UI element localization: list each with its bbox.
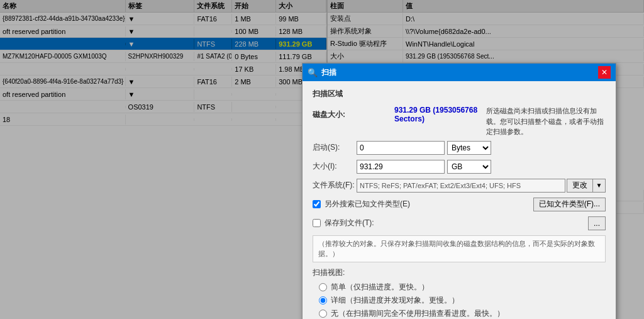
size-label: 大小(I): <box>313 161 357 172</box>
scan-dialog: 🔍 扫描 ✕ 扫描区域 磁盘大小: 931.29 GB (1953056768 … <box>302 63 616 319</box>
save-to-file-checkbox[interactable] <box>313 219 321 227</box>
fs-input[interactable] <box>357 179 565 193</box>
start-label: 启动(S): <box>313 142 357 153</box>
radio-row-detailed: 详细（扫描进度并发现对象。更慢。） <box>313 295 606 306</box>
known-types-checkbox[interactable] <box>313 200 321 208</box>
radio-simple-label: 简单（仅扫描进度。更快。） <box>331 282 429 293</box>
fs-row: 文件系统(F): 更改 ▼ <box>313 179 606 193</box>
disk-size-label: 磁盘大小: <box>313 109 394 120</box>
start-input[interactable] <box>357 141 445 155</box>
known-types-label: 另外搜索已知文件类型(E) <box>325 199 410 210</box>
fs-label: 文件系统(F): <box>313 180 357 191</box>
fs-change-button[interactable]: 更改 <box>567 179 593 193</box>
save-to-file-label: 保存到文件(T): <box>325 218 387 228</box>
radio-row-simple: 简单（仅扫描进度。更快。） <box>313 282 606 293</box>
save-to-file-row: 保存到文件(T): ... <box>313 216 606 230</box>
recommendation-text: （推荐较大的对象。只保存对象扫描期间收集的磁盘数据结构的信息，而不是实际的对象数… <box>313 235 606 262</box>
disk-size-note: 所选磁盘尚未扫描或扫描信息没有加载。您可以扫描整个磁盘，或者手动指定扫描参数。 <box>486 106 606 137</box>
radio-simple[interactable] <box>319 283 327 291</box>
size-input[interactable] <box>357 160 445 174</box>
dialog-titlebar: 🔍 扫描 ✕ <box>303 64 616 81</box>
scan-whole-disk-link[interactable]: 扫描整个磁盘 <box>521 118 562 125</box>
radio-detailed[interactable] <box>319 296 327 305</box>
scan-icon: 🔍 <box>308 68 318 77</box>
disk-size-row: 磁盘大小: 931.29 GB (1953056768 Sectors) 所选磁… <box>313 106 606 137</box>
known-types-row: 另外搜索已知文件类型(E) 已知文件类型(F)... <box>313 198 606 211</box>
start-row: 启动(S): Bytes <box>313 141 606 155</box>
close-button[interactable]: ✕ <box>598 66 611 79</box>
radio-row-none: 无（在扫描期间完全不使用扫描查看进度。最快。） <box>313 308 606 319</box>
size-unit-select[interactable]: GB <box>447 160 491 174</box>
fs-dropdown-arrow[interactable]: ▼ <box>593 179 606 193</box>
dialog-body: 扫描区域 磁盘大小: 931.29 GB (1953056768 Sectors… <box>303 81 616 319</box>
dialog-title: 扫描 <box>321 67 336 78</box>
scan-view-label: 扫描视图: <box>313 267 606 278</box>
radio-none-label: 无（在扫描期间完全不使用扫描查看进度。最快。） <box>331 308 504 319</box>
disk-size-left: 磁盘大小: 931.29 GB (1953056768 Sectors) <box>313 106 480 126</box>
radio-none[interactable] <box>319 310 327 318</box>
known-types-button[interactable]: 已知文件类型(F)... <box>533 198 606 211</box>
save-file-button[interactable]: ... <box>588 216 606 230</box>
radio-detailed-label: 详细（扫描进度并发现对象。更慢。） <box>331 295 459 306</box>
size-row: 大小(I): GB <box>313 160 606 174</box>
disk-size-value: 931.29 GB (1953056768 Sectors) <box>394 106 480 123</box>
section-title: 扫描区域 <box>313 89 606 99</box>
start-unit-select[interactable]: Bytes <box>447 141 491 155</box>
